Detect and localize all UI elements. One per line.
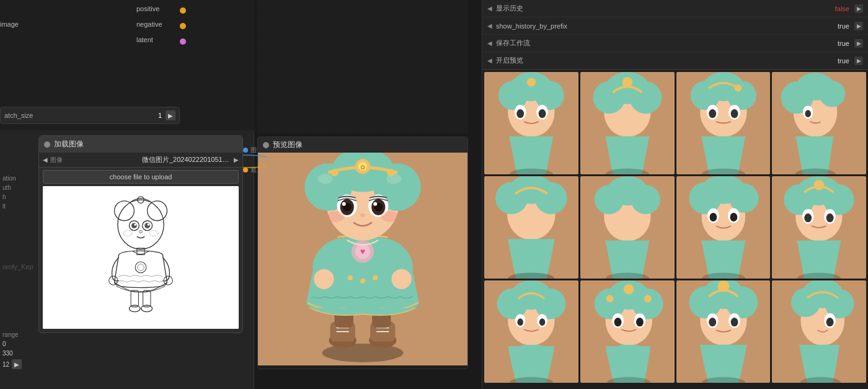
prop-btn-4[interactable]: ▶: [854, 56, 863, 65]
svg-point-68: [360, 279, 365, 284]
svg-point-15: [135, 262, 146, 273]
preview-image-node: 预览图像: [257, 136, 468, 369]
svg-point-155: [517, 318, 523, 326]
gallery-cell-3[interactable]: [676, 72, 771, 174]
svg-point-144: [826, 213, 834, 222]
prop-row-preview: ◀ 开启预览 true ▶: [482, 52, 868, 69]
prop-value-history: false: [835, 5, 849, 12]
prop-btn-3[interactable]: ▶: [854, 39, 863, 48]
svg-point-172: [644, 295, 652, 303]
next-image-arrow[interactable]: ▶: [234, 156, 239, 163]
prev-image-arrow[interactable]: ◀: [43, 156, 48, 163]
range-value-0: 0: [2, 341, 6, 347]
latent-label: latent: [136, 36, 153, 43]
svg-point-12: [123, 231, 132, 236]
svg-point-69: [373, 275, 378, 280]
prop-row-prefix: ◀ show_history_by_prefix true ▶: [482, 17, 868, 35]
svg-point-42: [314, 269, 334, 289]
preview-dot: [263, 142, 269, 148]
svg-point-13: [149, 231, 158, 236]
svg-point-3: [148, 201, 167, 221]
svg-rect-20: [143, 290, 151, 307]
gallery-cell-4[interactable]: [772, 72, 866, 174]
svg-point-143: [805, 213, 812, 222]
sketch-character-svg: [43, 186, 239, 329]
svg-point-181: [730, 318, 738, 326]
range-section: range 0 330 12 ▶: [0, 330, 62, 370]
properties-bar: ◀ 显示历史 false ▶ ◀ show_history_by_prefix …: [482, 0, 868, 70]
prop-row-history: ◀ 显示历史 false ▶: [482, 0, 868, 17]
svg-point-62: [342, 202, 346, 206]
gallery-cell-7[interactable]: [676, 176, 771, 279]
left-panel: positive negative latent image atch_size…: [0, 0, 254, 389]
prop-value-prefix: true: [838, 22, 849, 30]
prop-btn-2[interactable]: ▶: [854, 22, 863, 30]
sidebar-label-h: h: [0, 192, 34, 202]
positive-connector-dot: [180, 7, 186, 14]
svg-point-184: [717, 280, 729, 292]
preview-character-svg: ♥ ✿: [258, 153, 467, 365]
gallery-cell-10[interactable]: [580, 280, 675, 383]
batch-size-increment[interactable]: ▶: [166, 110, 175, 120]
gallery-cell-5[interactable]: [484, 176, 578, 279]
latent-connector-dot: [180, 38, 186, 45]
load-image-node-header: 加载图像: [39, 136, 242, 153]
range-label: range: [2, 331, 19, 338]
svg-point-97: [709, 109, 716, 118]
positive-label: positive: [136, 5, 159, 12]
svg-point-156: [539, 318, 545, 326]
prop-btn-1[interactable]: ▶: [854, 4, 863, 13]
node-top-area: positive negative latent image atch_size…: [0, 0, 254, 130]
svg-point-166: [614, 318, 621, 326]
prop-name-prefix: show_history_by_prefix: [496, 22, 838, 30]
prop-arrow-3[interactable]: ◀: [487, 40, 492, 47]
svg-point-191: [826, 318, 834, 326]
gallery-cell-12[interactable]: [772, 280, 866, 383]
gallery-cell-2[interactable]: [580, 72, 675, 174]
gallery-grid: [482, 70, 868, 385]
svg-point-152: [511, 280, 552, 310]
svg-point-43: [391, 269, 411, 289]
batch-size-row: atch_size 1 ▶: [0, 107, 180, 124]
gallery-cell-6[interactable]: [580, 176, 675, 279]
gallery-cell-9[interactable]: [484, 280, 578, 383]
svg-point-86: [605, 72, 649, 104]
svg-point-64: [360, 213, 365, 217]
svg-point-89: [622, 77, 632, 87]
svg-point-16: [138, 264, 144, 271]
prop-arrow-1[interactable]: ◀: [487, 5, 492, 12]
svg-point-63: [373, 202, 377, 206]
svg-point-167: [636, 318, 644, 326]
sidebar-label-uth: uth: [0, 183, 34, 192]
svg-point-101: [734, 84, 742, 92]
prop-name-preview: 开启预览: [496, 56, 838, 65]
prop-arrow-4[interactable]: ◀: [487, 57, 492, 64]
top-node-area: [257, 0, 468, 133]
gallery-cell-11[interactable]: [676, 280, 771, 383]
sidebar-label-lt: lt: [0, 202, 34, 211]
gallery-cell-1[interactable]: [484, 72, 578, 174]
svg-point-170: [624, 284, 634, 295]
svg-point-11: [139, 231, 142, 233]
batch-size-label: atch_size: [4, 112, 158, 119]
svg-point-10: [148, 223, 150, 226]
svg-point-81: [527, 78, 536, 86]
prop-arrow-2[interactable]: ◀: [487, 22, 492, 29]
upload-button[interactable]: choose file to upload: [43, 170, 239, 184]
svg-point-9: [134, 223, 136, 226]
prop-value-preview: true: [838, 57, 849, 65]
range-value-330: 330: [2, 350, 13, 357]
image-out-dot: [243, 148, 248, 153]
svg-point-180: [709, 318, 716, 326]
range-value-12: 12: [2, 361, 9, 368]
gallery-cell-8[interactable]: [772, 176, 866, 279]
sketch-preview-box: [43, 186, 239, 329]
svg-rect-19: [131, 290, 138, 307]
svg-point-8: [144, 223, 150, 228]
svg-point-77: [516, 109, 524, 118]
image-type-label: 图像: [50, 156, 140, 164]
range-arrow-btn[interactable]: ▶: [12, 359, 22, 369]
svg-point-67: [348, 275, 353, 280]
svg-point-78: [539, 109, 546, 118]
image-label-left: image: [0, 20, 19, 28]
